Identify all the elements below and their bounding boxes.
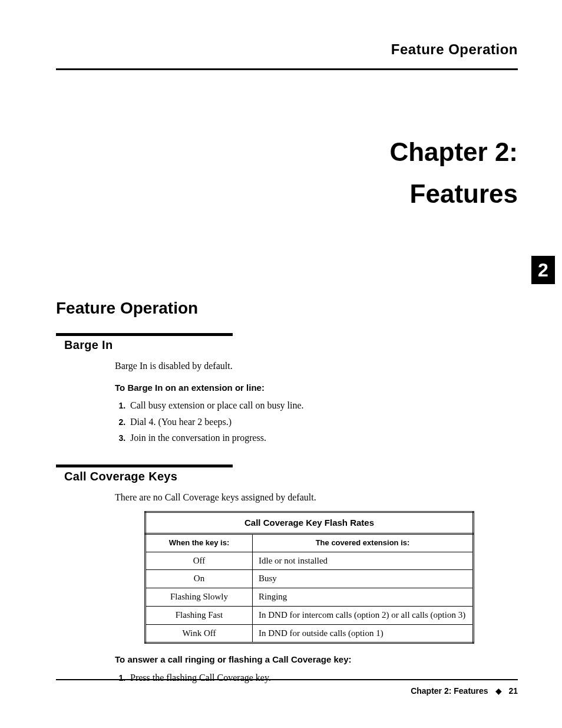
call-coverage-instr-head: To answer a call ringing or flashing a C… <box>115 653 512 666</box>
table-row: Flashing Fast In DND for intercom calls … <box>146 606 474 624</box>
footer-text: Chapter 2: Features ◆ 21 <box>56 686 518 696</box>
diamond-icon: ◆ <box>495 686 502 696</box>
header-rule <box>56 68 518 70</box>
table-col2-header: The covered extension is: <box>253 533 474 552</box>
call-coverage-heading: Call Coverage Keys <box>64 470 518 483</box>
table-cell-key: Off <box>146 552 253 570</box>
call-coverage-intro: There are no Call Coverage keys assigned… <box>115 490 512 504</box>
chapter-title-line2: Features <box>56 177 518 210</box>
subsection-rule <box>56 333 233 336</box>
table-row: On Busy <box>146 570 474 588</box>
table-cell-ext: In DND for intercom calls (option 2) or … <box>253 606 474 624</box>
table-cell-key: Flashing Slowly <box>146 588 253 607</box>
barge-in-intro: Barge In is disabled by default. <box>115 359 512 373</box>
barge-in-body: Barge In is disabled by default. To Barg… <box>115 359 512 444</box>
table-row: Flashing Slowly Ringing <box>146 588 474 607</box>
table-cell-ext: Idle or not installed <box>253 552 474 570</box>
list-item: Join in the conversation in progress. <box>128 431 512 444</box>
chapter-tab: 2 <box>531 256 555 284</box>
barge-in-heading: Barge In <box>64 338 518 352</box>
page: Feature Operation Chapter 2: Features 2 … <box>0 0 562 728</box>
table-cell-ext: Busy <box>253 570 474 588</box>
footer-chapter: Chapter 2: Features <box>411 686 488 696</box>
list-item: Call busy extension or place call on bus… <box>128 398 512 412</box>
table-cell-ext: In DND for outside calls (option 1) <box>253 624 474 643</box>
table-row: Off Idle or not installed <box>146 552 474 570</box>
section-heading: Feature Operation <box>56 299 518 318</box>
list-item: Dial 4. (You hear 2 beeps.) <box>128 415 512 429</box>
table-cell-key: On <box>146 570 253 588</box>
call-coverage-body: There are no Call Coverage keys assigned… <box>115 490 512 684</box>
chapter-title-line1: Chapter 2: <box>56 135 518 169</box>
chapter-title: Chapter 2: Features <box>56 135 518 210</box>
table-cell-key: Wink Off <box>146 624 253 643</box>
table-title: Call Coverage Key Flash Rates <box>146 512 474 534</box>
footer-rule <box>56 679 518 680</box>
subsection-rule <box>56 465 233 467</box>
flash-rates-table: Call Coverage Key Flash Rates When the k… <box>144 511 474 644</box>
barge-in-instr-head: To Barge In on an extension or line: <box>115 381 512 394</box>
table-row: Wink Off In DND for outside calls (optio… <box>146 624 474 643</box>
table-cell-ext: Ringing <box>253 588 474 607</box>
running-header: Feature Operation <box>56 41 518 58</box>
table-col1-header: When the key is: <box>146 533 253 552</box>
table-cell-key: Flashing Fast <box>146 606 253 624</box>
footer-page-number: 21 <box>508 686 518 696</box>
page-footer: Chapter 2: Features ◆ 21 <box>56 679 518 696</box>
barge-in-steps: Call busy extension or place call on bus… <box>115 398 512 444</box>
